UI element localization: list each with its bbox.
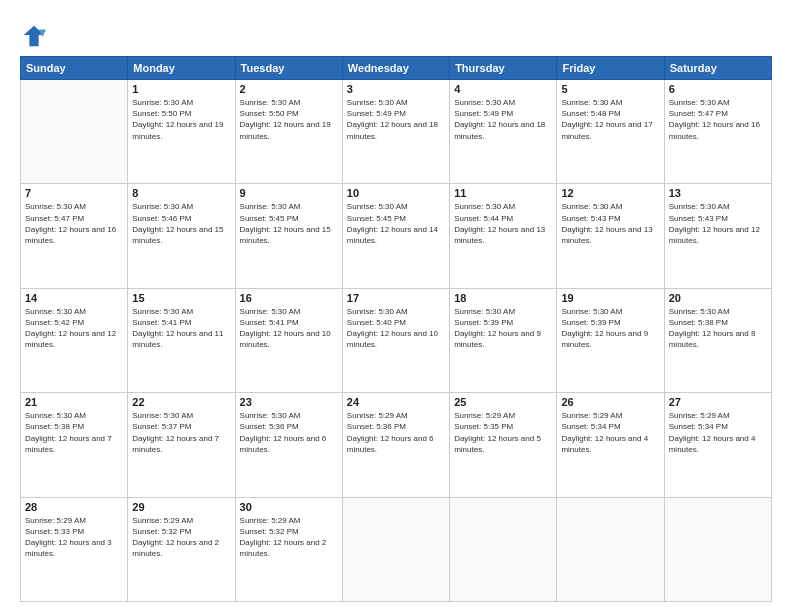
- day-number: 4: [454, 83, 552, 95]
- day-number: 13: [669, 187, 767, 199]
- calendar-day-cell: 10Sunrise: 5:30 AMSunset: 5:45 PMDayligh…: [342, 184, 449, 288]
- page: SundayMondayTuesdayWednesdayThursdayFrid…: [0, 0, 792, 612]
- calendar-day-cell: 28Sunrise: 5:29 AMSunset: 5:33 PMDayligh…: [21, 497, 128, 601]
- day-number: 19: [561, 292, 659, 304]
- calendar-day-cell: 27Sunrise: 5:29 AMSunset: 5:34 PMDayligh…: [664, 393, 771, 497]
- day-number: 6: [669, 83, 767, 95]
- calendar-day-header: Friday: [557, 57, 664, 80]
- day-number: 16: [240, 292, 338, 304]
- day-number: 14: [25, 292, 123, 304]
- day-info: Sunrise: 5:29 AMSunset: 5:36 PMDaylight:…: [347, 410, 445, 455]
- day-number: 27: [669, 396, 767, 408]
- day-info: Sunrise: 5:30 AMSunset: 5:37 PMDaylight:…: [132, 410, 230, 455]
- day-info: Sunrise: 5:30 AMSunset: 5:50 PMDaylight:…: [240, 97, 338, 142]
- day-info: Sunrise: 5:29 AMSunset: 5:32 PMDaylight:…: [240, 515, 338, 560]
- day-number: 22: [132, 396, 230, 408]
- calendar-day-cell: 2Sunrise: 5:30 AMSunset: 5:50 PMDaylight…: [235, 80, 342, 184]
- day-number: 9: [240, 187, 338, 199]
- calendar-day-cell: [557, 497, 664, 601]
- day-info: Sunrise: 5:30 AMSunset: 5:46 PMDaylight:…: [132, 201, 230, 246]
- day-number: 17: [347, 292, 445, 304]
- day-number: 5: [561, 83, 659, 95]
- calendar-day-cell: 25Sunrise: 5:29 AMSunset: 5:35 PMDayligh…: [450, 393, 557, 497]
- calendar-day-cell: [342, 497, 449, 601]
- calendar-day-cell: 12Sunrise: 5:30 AMSunset: 5:43 PMDayligh…: [557, 184, 664, 288]
- day-info: Sunrise: 5:29 AMSunset: 5:32 PMDaylight:…: [132, 515, 230, 560]
- day-number: 18: [454, 292, 552, 304]
- calendar-day-cell: 9Sunrise: 5:30 AMSunset: 5:45 PMDaylight…: [235, 184, 342, 288]
- day-info: Sunrise: 5:30 AMSunset: 5:50 PMDaylight:…: [132, 97, 230, 142]
- calendar-day-header: Monday: [128, 57, 235, 80]
- calendar-day-cell: 5Sunrise: 5:30 AMSunset: 5:48 PMDaylight…: [557, 80, 664, 184]
- calendar-table: SundayMondayTuesdayWednesdayThursdayFrid…: [20, 56, 772, 602]
- calendar-day-cell: 3Sunrise: 5:30 AMSunset: 5:49 PMDaylight…: [342, 80, 449, 184]
- day-info: Sunrise: 5:30 AMSunset: 5:47 PMDaylight:…: [25, 201, 123, 246]
- day-info: Sunrise: 5:29 AMSunset: 5:33 PMDaylight:…: [25, 515, 123, 560]
- day-info: Sunrise: 5:30 AMSunset: 5:44 PMDaylight:…: [454, 201, 552, 246]
- calendar-day-cell: 18Sunrise: 5:30 AMSunset: 5:39 PMDayligh…: [450, 288, 557, 392]
- day-number: 20: [669, 292, 767, 304]
- day-info: Sunrise: 5:30 AMSunset: 5:39 PMDaylight:…: [454, 306, 552, 351]
- calendar-day-header: Saturday: [664, 57, 771, 80]
- calendar-day-cell: 30Sunrise: 5:29 AMSunset: 5:32 PMDayligh…: [235, 497, 342, 601]
- calendar-day-cell: 8Sunrise: 5:30 AMSunset: 5:46 PMDaylight…: [128, 184, 235, 288]
- day-info: Sunrise: 5:30 AMSunset: 5:42 PMDaylight:…: [25, 306, 123, 351]
- calendar-day-cell: 17Sunrise: 5:30 AMSunset: 5:40 PMDayligh…: [342, 288, 449, 392]
- calendar-day-cell: 1Sunrise: 5:30 AMSunset: 5:50 PMDaylight…: [128, 80, 235, 184]
- calendar-day-cell: [21, 80, 128, 184]
- calendar-day-cell: 4Sunrise: 5:30 AMSunset: 5:49 PMDaylight…: [450, 80, 557, 184]
- day-info: Sunrise: 5:30 AMSunset: 5:47 PMDaylight:…: [669, 97, 767, 142]
- day-number: 23: [240, 396, 338, 408]
- day-info: Sunrise: 5:30 AMSunset: 5:41 PMDaylight:…: [132, 306, 230, 351]
- svg-marker-0: [24, 26, 45, 47]
- calendar-day-cell: 23Sunrise: 5:30 AMSunset: 5:36 PMDayligh…: [235, 393, 342, 497]
- calendar-day-cell: 6Sunrise: 5:30 AMSunset: 5:47 PMDaylight…: [664, 80, 771, 184]
- day-number: 24: [347, 396, 445, 408]
- day-info: Sunrise: 5:30 AMSunset: 5:41 PMDaylight:…: [240, 306, 338, 351]
- calendar-week-row: 14Sunrise: 5:30 AMSunset: 5:42 PMDayligh…: [21, 288, 772, 392]
- calendar-day-header: Tuesday: [235, 57, 342, 80]
- day-info: Sunrise: 5:30 AMSunset: 5:39 PMDaylight:…: [561, 306, 659, 351]
- logo: [20, 22, 52, 50]
- calendar-week-row: 1Sunrise: 5:30 AMSunset: 5:50 PMDaylight…: [21, 80, 772, 184]
- day-info: Sunrise: 5:29 AMSunset: 5:34 PMDaylight:…: [669, 410, 767, 455]
- day-number: 29: [132, 501, 230, 513]
- calendar-day-cell: 16Sunrise: 5:30 AMSunset: 5:41 PMDayligh…: [235, 288, 342, 392]
- day-number: 11: [454, 187, 552, 199]
- day-number: 7: [25, 187, 123, 199]
- day-info: Sunrise: 5:30 AMSunset: 5:43 PMDaylight:…: [561, 201, 659, 246]
- day-number: 26: [561, 396, 659, 408]
- calendar-day-cell: 21Sunrise: 5:30 AMSunset: 5:38 PMDayligh…: [21, 393, 128, 497]
- day-number: 8: [132, 187, 230, 199]
- calendar-day-header: Wednesday: [342, 57, 449, 80]
- calendar-week-row: 21Sunrise: 5:30 AMSunset: 5:38 PMDayligh…: [21, 393, 772, 497]
- day-number: 25: [454, 396, 552, 408]
- calendar-day-header: Sunday: [21, 57, 128, 80]
- calendar-day-cell: 29Sunrise: 5:29 AMSunset: 5:32 PMDayligh…: [128, 497, 235, 601]
- day-number: 28: [25, 501, 123, 513]
- day-number: 21: [25, 396, 123, 408]
- day-info: Sunrise: 5:30 AMSunset: 5:45 PMDaylight:…: [347, 201, 445, 246]
- day-info: Sunrise: 5:29 AMSunset: 5:35 PMDaylight:…: [454, 410, 552, 455]
- day-info: Sunrise: 5:30 AMSunset: 5:36 PMDaylight:…: [240, 410, 338, 455]
- day-info: Sunrise: 5:29 AMSunset: 5:34 PMDaylight:…: [561, 410, 659, 455]
- day-number: 2: [240, 83, 338, 95]
- calendar-day-cell: 26Sunrise: 5:29 AMSunset: 5:34 PMDayligh…: [557, 393, 664, 497]
- calendar-day-cell: 11Sunrise: 5:30 AMSunset: 5:44 PMDayligh…: [450, 184, 557, 288]
- calendar-day-cell: 13Sunrise: 5:30 AMSunset: 5:43 PMDayligh…: [664, 184, 771, 288]
- calendar-day-cell: 22Sunrise: 5:30 AMSunset: 5:37 PMDayligh…: [128, 393, 235, 497]
- calendar-week-row: 7Sunrise: 5:30 AMSunset: 5:47 PMDaylight…: [21, 184, 772, 288]
- day-info: Sunrise: 5:30 AMSunset: 5:48 PMDaylight:…: [561, 97, 659, 142]
- day-info: Sunrise: 5:30 AMSunset: 5:38 PMDaylight:…: [25, 410, 123, 455]
- day-info: Sunrise: 5:30 AMSunset: 5:49 PMDaylight:…: [454, 97, 552, 142]
- header: [20, 18, 772, 50]
- day-number: 10: [347, 187, 445, 199]
- day-number: 1: [132, 83, 230, 95]
- calendar-day-cell: 24Sunrise: 5:29 AMSunset: 5:36 PMDayligh…: [342, 393, 449, 497]
- calendar-header-row: SundayMondayTuesdayWednesdayThursdayFrid…: [21, 57, 772, 80]
- day-info: Sunrise: 5:30 AMSunset: 5:45 PMDaylight:…: [240, 201, 338, 246]
- calendar-day-cell: [450, 497, 557, 601]
- calendar-day-cell: 15Sunrise: 5:30 AMSunset: 5:41 PMDayligh…: [128, 288, 235, 392]
- calendar-day-cell: 20Sunrise: 5:30 AMSunset: 5:38 PMDayligh…: [664, 288, 771, 392]
- day-info: Sunrise: 5:30 AMSunset: 5:40 PMDaylight:…: [347, 306, 445, 351]
